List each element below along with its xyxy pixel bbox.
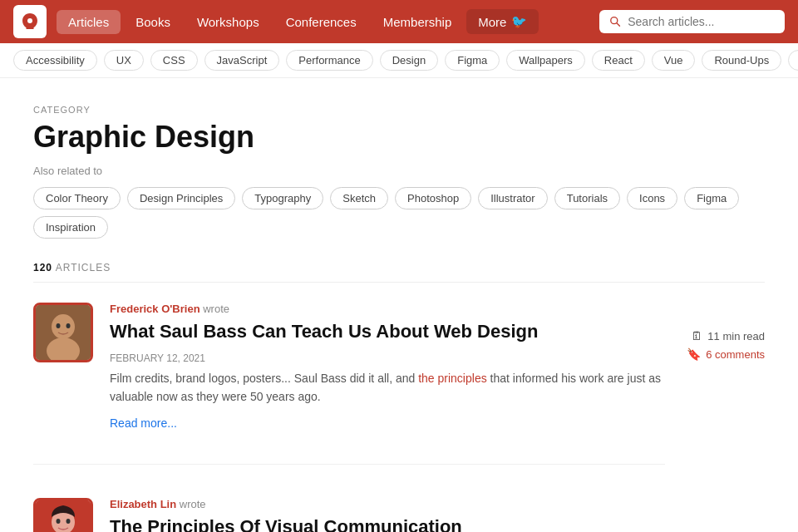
read-more-link[interactable]: Read more... [110,416,177,430]
nav-item-conferences[interactable]: Conferences [274,10,368,34]
related-tag[interactable]: Design Principles [127,187,235,209]
tag-pill[interactable]: React [592,50,645,71]
svg-point-4 [52,314,75,339]
tag-pill[interactable]: Round-Ups [702,50,781,71]
svg-line-2 [617,23,620,27]
author-link[interactable]: Frederick O'Brien [110,303,200,315]
read-time: 🗓 11 min read [691,329,765,342]
article-title: What Saul Bass Can Teach Us About Web De… [110,320,665,344]
tag-pill[interactable]: Performance [286,50,372,71]
category-label: CATEGORY [33,105,765,115]
nav-item-books[interactable]: Books [124,10,182,34]
nav-item-articles[interactable]: Articles [57,10,121,34]
related-tag[interactable]: Tutorials [554,187,620,209]
comments-link[interactable]: 6 comments [706,348,765,361]
author-link[interactable]: Elizabeth Lin [110,498,176,510]
article-content: Frederick O'Brien wrote What Saul Bass C… [110,303,665,431]
related-tag[interactable]: Illustrator [478,187,547,209]
tag-pill[interactable]: Figma [445,50,500,71]
article-excerpt: Film credits, brand logos, posters... Sa… [110,369,665,406]
also-related-label: Also related to [33,165,765,177]
article-stats: 🗓 11 min read 🔖 6 comments [665,303,765,498]
clock-icon: 🗓 [691,329,702,342]
main-content: CATEGORY Graphic Design Also related to … [0,78,798,532]
svg-point-0 [27,18,32,23]
article-row: Frederick O'Brien wrote What Saul Bass C… [33,303,765,498]
article-date: FEBRUARY 12, 2021 [110,352,665,364]
tag-pill[interactable]: Wallpapers [506,50,585,71]
category-title: Graphic Design [33,120,765,155]
search-input[interactable] [628,15,775,28]
related-tag[interactable]: Color Theory [33,187,121,209]
comments-count: 🔖 6 comments [687,347,765,361]
related-tag[interactable]: Figma [684,187,739,209]
nav-bar: Articles Books Workshops Conferences Mem… [0,0,798,43]
tag-pill[interactable]: UX [104,50,144,71]
tag-pill[interactable]: CSS [150,50,198,71]
related-tag[interactable]: Sketch [330,187,388,209]
author-line: Frederick O'Brien wrote [110,303,665,315]
brand-logo[interactable] [13,5,47,38]
search-box [599,10,785,33]
article-title: The Principles Of Visual Communication [110,515,765,532]
article-count: 120 ARTICLES [33,262,765,283]
related-tag[interactable]: Inspiration [33,216,108,239]
tag-pill[interactable]: Vue [652,50,696,71]
nav-item-workshops[interactable]: Workshops [185,10,271,34]
article-item: Frederick O'Brien wrote What Saul Bass C… [33,303,665,465]
author-line: Elizabeth Lin wrote [110,498,765,510]
avatar [33,498,93,532]
avatar [33,303,93,362]
related-tags: Color Theory Design Principles Typograph… [33,187,765,239]
article-item: Elizabeth Lin wrote The Principles Of Vi… [33,498,765,532]
svg-point-7 [66,323,71,328]
svg-point-12 [66,519,71,524]
search-icon [609,15,621,28]
excerpt-link[interactable]: the principles [418,372,487,385]
tag-bar: Accessibility UX CSS JavaScript Performa… [0,43,798,78]
tag-pill[interactable]: Design [380,50,438,71]
related-tag[interactable]: Typography [242,187,323,209]
svg-point-11 [57,519,61,524]
tag-pill[interactable]: Web Design [788,50,798,71]
tag-pill[interactable]: Accessibility [13,50,97,71]
related-tag[interactable]: Photoshop [395,187,471,209]
article-content: Elizabeth Lin wrote The Principles Of Vi… [110,498,765,532]
nav-item-more[interactable]: More 🐦 [466,9,539,34]
comment-icon: 🔖 [687,347,701,361]
tag-pill[interactable]: JavaScript [204,50,280,71]
nav-item-membership[interactable]: Membership [372,10,464,34]
related-tag[interactable]: Icons [627,187,677,209]
svg-point-6 [57,323,61,328]
